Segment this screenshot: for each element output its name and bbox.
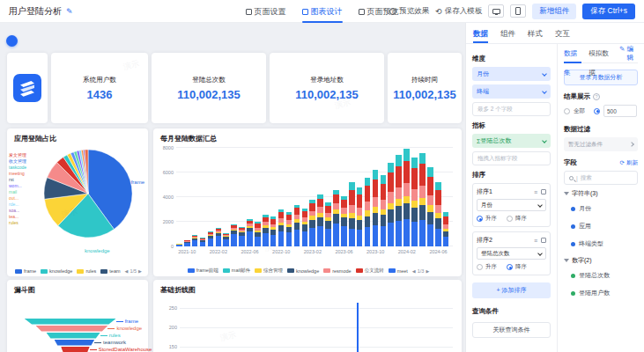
radio-all[interactable] bbox=[564, 108, 570, 114]
bar-segment-mail邮件 bbox=[388, 163, 394, 172]
panel-tab-交互[interactable]: 交互 bbox=[555, 23, 570, 43]
pie-callout-label: wom... bbox=[9, 184, 26, 189]
delete-icon[interactable] bbox=[541, 189, 546, 194]
dimension-field-月份[interactable]: 月份 bbox=[472, 67, 551, 81]
legend-item[interactable]: rules bbox=[77, 268, 96, 274]
stacked-bar bbox=[357, 187, 363, 246]
drag-handle-icon[interactable]: ≡ bbox=[534, 238, 537, 244]
topbar-tab-图表设计[interactable]: 图表设计 bbox=[294, 0, 351, 23]
radio-desc[interactable] bbox=[507, 264, 513, 270]
pie-legend: frameknowledgerulesteam◀1/5▶ bbox=[12, 268, 144, 274]
field-item-月份[interactable]: 月份 bbox=[564, 200, 638, 217]
desktop-view-button[interactable] bbox=[488, 4, 504, 18]
bar-chart-card[interactable]: 每月登陆数据汇总 020004000600080002021-102022-02… bbox=[153, 128, 462, 276]
edit-title-icon[interactable]: ✎ bbox=[66, 7, 73, 16]
funnel-step: teamwork bbox=[7, 340, 148, 346]
group-label: 字符串(3) bbox=[572, 189, 598, 198]
legend-item[interactable]: resmode bbox=[323, 268, 351, 274]
stacked-bar bbox=[255, 222, 261, 246]
pencil-icon: ✎ bbox=[619, 45, 625, 62]
tab-dataset[interactable]: 数据集 bbox=[564, 44, 581, 63]
drag-handle-icon[interactable]: ≡ bbox=[534, 189, 537, 195]
bar-segment-综合管理 bbox=[419, 198, 426, 206]
bar-segment-frame前端 bbox=[208, 238, 214, 246]
caret-down-icon bbox=[564, 259, 569, 262]
chevron-down-icon bbox=[542, 138, 547, 143]
search-icon bbox=[569, 176, 574, 180]
canvas-fab-button[interactable] bbox=[6, 35, 18, 47]
sort-card-排序2: 排序2≡登陆总次数升序降序 bbox=[472, 231, 551, 275]
tab-mock-data[interactable]: 模拟数据 bbox=[588, 44, 612, 63]
radio-desc[interactable] bbox=[507, 216, 513, 222]
delete-icon[interactable] bbox=[541, 238, 546, 243]
funnel-bar-knowledge bbox=[36, 326, 108, 332]
save-button[interactable]: 保存 Ctrl+s bbox=[582, 4, 635, 19]
next-page-icon[interactable]: ▶ bbox=[426, 268, 429, 274]
dimension-field-终端[interactable]: 终端 bbox=[472, 84, 551, 99]
linked-query-condition-button[interactable]: 关联查询条件 bbox=[472, 322, 551, 338]
topbar-tab-页面设置[interactable]: 页面设置 bbox=[238, 0, 294, 23]
legend-item[interactable]: team bbox=[100, 268, 120, 274]
legend-item[interactable]: meet bbox=[389, 268, 408, 274]
logo-card[interactable] bbox=[7, 53, 48, 123]
sort-field-select[interactable]: 月份 bbox=[477, 199, 546, 211]
field-group-数字(2)[interactable]: 数字(2) bbox=[564, 256, 638, 265]
legend-item[interactable]: frame bbox=[15, 268, 36, 274]
panel-tab-样式[interactable]: 样式 bbox=[528, 23, 543, 43]
refresh-fields-button[interactable]: ⟳ 刷新 bbox=[620, 159, 638, 167]
dashboard-canvas[interactable]: 系统用户数1436登陆总次数110,002,135登录地址数110,002,13… bbox=[0, 23, 465, 352]
line-chart-plot: 250200150 bbox=[180, 301, 453, 352]
measure-field-登陆总次数[interactable]: Σ 登陆总次数 bbox=[472, 134, 551, 148]
field-search-input[interactable]: | 搜索 bbox=[564, 171, 638, 185]
radio-asc[interactable] bbox=[477, 216, 483, 222]
bar-segment-knowledge bbox=[302, 224, 308, 231]
field-item-登陆用户数[interactable]: 登陆用户数 bbox=[564, 284, 638, 302]
page-indicator: 1/3 bbox=[418, 268, 425, 274]
bar-segment-knowledge bbox=[388, 209, 394, 223]
topbar-tab-页面预览[interactable]: 页面预览 bbox=[351, 0, 407, 23]
sort-field-select[interactable]: 登陆总次数 bbox=[477, 247, 546, 260]
kpi-card[interactable]: 登录地址数110,002,135 bbox=[270, 53, 384, 123]
result-count-input[interactable] bbox=[603, 105, 637, 117]
legend-item[interactable]: mail邮件 bbox=[223, 268, 250, 274]
filter-empty-box[interactable]: 暂无过滤条件 bbox=[564, 137, 638, 151]
panel-tab-组件[interactable]: 组件 bbox=[500, 23, 515, 43]
pie-callout-knowledge: knowledge bbox=[85, 248, 110, 253]
kpi-card[interactable]: 登陆总次数110,002,135 bbox=[152, 53, 266, 123]
legend-item[interactable]: 公文流转 bbox=[356, 268, 384, 274]
field-item-应用[interactable]: 应用 bbox=[564, 217, 638, 235]
field-name: 登陆总次数 bbox=[579, 271, 610, 280]
field-group-字符串(3)[interactable]: 字符串(3) bbox=[564, 189, 638, 198]
legend-item[interactable]: 综合管理 bbox=[255, 268, 283, 274]
stacked-bar bbox=[333, 190, 339, 246]
radio-asc[interactable] bbox=[477, 264, 483, 270]
bar-segment-mail邮件 bbox=[357, 187, 363, 194]
legend-chip bbox=[188, 268, 195, 273]
field-item-终端类型[interactable]: 终端类型 bbox=[564, 235, 638, 253]
funnel-chart-card[interactable]: 漏斗图 frameknowledgerulesteamworkStoredDat… bbox=[7, 280, 148, 352]
bar-legend-pager: ◀1/3▶ bbox=[412, 268, 429, 274]
edit-dataset-button[interactable]: ✎ 编辑 bbox=[619, 45, 638, 62]
add-sort-button[interactable]: + 添加排序 bbox=[472, 282, 551, 298]
prev-page-icon[interactable]: ◀ bbox=[412, 268, 416, 274]
panel-tab-数据[interactable]: 数据 bbox=[473, 23, 488, 43]
line-chart-card[interactable]: 基础折线图 250200150 bbox=[153, 280, 462, 352]
prev-page-icon[interactable]: ◀ bbox=[125, 268, 129, 274]
save-template-button[interactable]: ⟲ 保存入模板 bbox=[435, 6, 482, 17]
kpi-card[interactable]: 系统用户数1436 bbox=[51, 53, 148, 123]
pie-chart-card[interactable]: 应用登陆占比 发文管理收文管理taskcodemeetingrstwom...m… bbox=[7, 128, 148, 276]
legend-item[interactable]: frame前端 bbox=[188, 268, 218, 274]
next-page-icon[interactable]: ▶ bbox=[138, 268, 142, 274]
mobile-view-button[interactable] bbox=[510, 4, 526, 18]
dataset-name-button[interactable]: 登录月数据分析 bbox=[564, 70, 638, 85]
field-item-登陆总次数[interactable]: 登陆总次数 bbox=[564, 267, 638, 284]
x-axis-tick: 2022-02 bbox=[210, 249, 227, 254]
legend-item[interactable]: knowledge bbox=[41, 268, 72, 274]
legend-item[interactable]: knowledge bbox=[287, 268, 319, 274]
radio-count[interactable] bbox=[594, 108, 600, 114]
add-component-button[interactable]: 新增组件 bbox=[532, 4, 576, 19]
stacked-bar bbox=[278, 209, 285, 246]
kpi-card[interactable]: 持续时间110,002,135 bbox=[388, 53, 462, 123]
bar-segment-knowledge bbox=[294, 223, 300, 230]
field-label: 终端 bbox=[477, 87, 540, 96]
